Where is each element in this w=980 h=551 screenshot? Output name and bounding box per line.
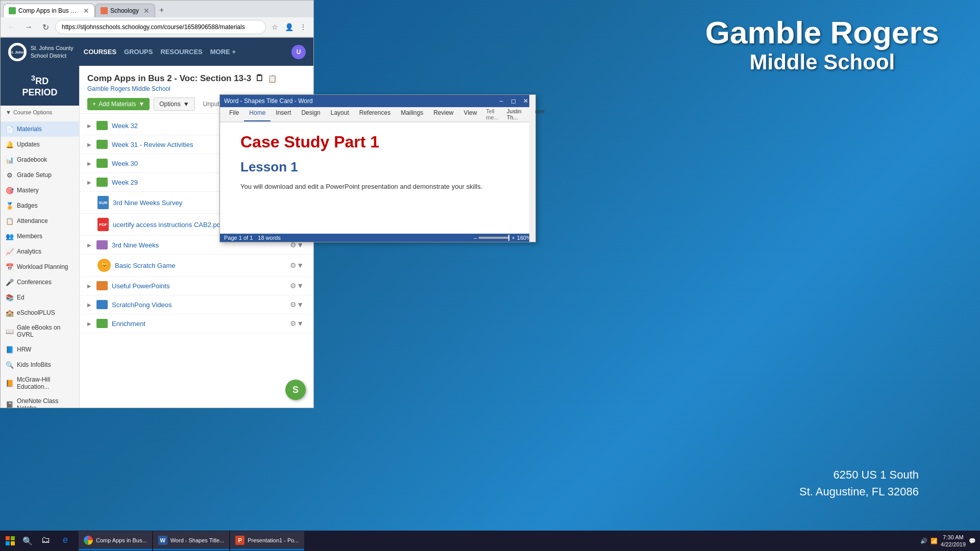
ribbon-tab-references[interactable]: References: [354, 107, 396, 121]
bookmark-button[interactable]: ☆: [268, 21, 281, 33]
folder-scratchpong-header[interactable]: ▶ ScratchPong Videos ⚙▼: [80, 295, 313, 314]
onenote-icon: 📓: [6, 400, 14, 408]
new-tab-button[interactable]: +: [155, 3, 168, 17]
options-button[interactable]: Options ▼: [154, 97, 194, 111]
nav-more[interactable]: MORE +: [210, 45, 236, 58]
folder-enrichment-icon: [96, 319, 108, 328]
add-materials-button[interactable]: + Add Materials ▼: [87, 98, 150, 110]
taskbar-app-chrome[interactable]: Comp Apps in Bus...: [79, 531, 152, 550]
ribbon-tab-file[interactable]: File: [224, 107, 244, 121]
scratch-gear[interactable]: ⚙▼: [288, 260, 306, 270]
sidebar-item-mastery[interactable]: 🎯 Mastery: [1, 183, 79, 198]
folder-useful-pp-gear[interactable]: ⚙▼: [288, 281, 306, 291]
tab1-close[interactable]: ✕: [83, 7, 89, 15]
ribbon-user[interactable]: Justin Th...: [503, 107, 526, 121]
svg-text:St. Johns: St. Johns: [10, 51, 24, 54]
sidebar-item-mcgraw[interactable]: 📙 McGraw-Hill Education...: [1, 372, 79, 394]
taskbar-network-icon[interactable]: 📶: [930, 538, 938, 544]
sidebar-item-badges[interactable]: 🏅 Badges: [1, 198, 79, 213]
browser-tabs: Comp Apps in Bus 2 - Voc: Sect... ✕ Scho…: [1, 1, 313, 17]
nav-resources[interactable]: RESOURCES: [160, 45, 202, 58]
sidebar-item-members[interactable]: 👥 Members: [1, 229, 79, 244]
taskbar-search-button[interactable]: 🔍: [20, 534, 35, 548]
sidebar-item-onenote[interactable]: 📓 OneNote Class Notebo...: [1, 394, 79, 408]
sidebar-item-eschoolplus[interactable]: 🏫 eSchoolPLUS: [1, 305, 79, 320]
svg-rect-3: [11, 536, 15, 540]
sidebar-item-analytics[interactable]: 📈 Analytics: [1, 244, 79, 259]
hrw-icon: 📘: [6, 345, 14, 354]
members-label: Members: [17, 233, 42, 240]
sidebar-item-updates[interactable]: 🔔 Updates: [1, 137, 79, 152]
refresh-button[interactable]: ↻: [38, 20, 53, 34]
tab1-favicon: [9, 7, 16, 14]
sidebar-item-gradebook[interactable]: 📊 Gradebook: [1, 152, 79, 167]
more-button[interactable]: ⋮: [297, 21, 309, 33]
ed-icon: 📚: [6, 293, 14, 302]
ribbon-tab-home[interactable]: Home: [244, 107, 271, 121]
address-bar[interactable]: [55, 20, 266, 34]
word-restore-button[interactable]: ◻: [508, 97, 519, 105]
zoom-slider[interactable]: [479, 237, 509, 239]
taskbar-app-word[interactable]: W Word - Shapes Title...: [153, 531, 230, 550]
sidebar-item-ed[interactable]: 📚 Ed: [1, 290, 79, 305]
word-zoom-control[interactable]: – + 160%: [474, 235, 531, 241]
zoom-plus[interactable]: +: [511, 235, 514, 241]
word-minimize-button[interactable]: –: [496, 97, 507, 105]
ribbon-tab-layout[interactable]: Layout: [326, 107, 354, 121]
nav-groups[interactable]: GROUPS: [124, 45, 153, 58]
school-link[interactable]: Gamble Rogers Middle School: [87, 85, 306, 92]
sidebar-item-workload-planning[interactable]: 📅 Workload Planning: [1, 259, 79, 274]
sidebar-item-conferences[interactable]: 🎤 Conferences: [1, 274, 79, 290]
sidebar-item-hrw[interactable]: 📘 HRW: [1, 342, 79, 357]
ribbon-tell-me[interactable]: Tell me...: [482, 107, 502, 121]
materials-label: Materials: [17, 126, 42, 133]
floating-action-button[interactable]: S: [285, 380, 306, 400]
header-user-avatar[interactable]: U: [291, 45, 306, 59]
logo-line1: St. Johns County: [31, 44, 74, 52]
browser-chrome: Comp Apps in Bus 2 - Voc: Sect... ✕ Scho…: [1, 1, 313, 38]
taskbar-ie-button[interactable]: e: [56, 531, 75, 550]
ribbon-tab-mailings[interactable]: Mailings: [396, 107, 428, 121]
ribbon-tab-view[interactable]: View: [459, 107, 482, 121]
copy-icon[interactable]: 📋: [268, 74, 277, 83]
start-button[interactable]: [0, 531, 20, 551]
taskbar-volume-icon[interactable]: 🔊: [920, 538, 927, 544]
conferences-icon: 🎤: [6, 278, 14, 286]
gale-label: Gale eBooks on GVRL: [17, 324, 74, 338]
ed-label: Ed: [17, 294, 24, 301]
user-icon-button[interactable]: 👤: [283, 21, 295, 33]
ribbon-tab-design[interactable]: Design: [296, 107, 325, 121]
svg-rect-5: [11, 541, 15, 545]
course-options-header[interactable]: ▼ Course Options: [1, 106, 79, 119]
sidebar-item-attendance[interactable]: 📋 Attendance: [1, 213, 79, 229]
nav-courses[interactable]: COURSES: [84, 45, 116, 58]
sidebar-item-materials[interactable]: 📄 Materials: [1, 121, 79, 137]
browser-tab-1[interactable]: Comp Apps in Bus 2 - Voc: Sect... ✕: [3, 4, 95, 17]
mastery-icon: 🎯: [6, 186, 14, 194]
workload-label: Workload Planning: [17, 263, 68, 270]
word-document-content: Case Study Part 1 Lesson 1 You will down…: [220, 122, 535, 234]
tab2-close[interactable]: ✕: [143, 7, 150, 15]
folder-arrow: ▶: [87, 242, 92, 248]
folder-enrichment-header[interactable]: ▶ Enrichment ⚙▼: [80, 314, 313, 333]
folder-useful-pp-header[interactable]: ▶ Useful PowerPoints ⚙▼: [80, 277, 313, 295]
scratch-name[interactable]: Basic Scratch Game: [115, 262, 284, 269]
taskbar-file-explorer[interactable]: 🗂: [37, 531, 55, 550]
browser-tab-2[interactable]: Schoology ✕: [95, 4, 155, 17]
sidebar-item-gale[interactable]: 📖 Gale eBooks on GVRL: [1, 320, 79, 342]
folder-enrichment-gear[interactable]: ⚙▼: [288, 318, 306, 329]
ribbon-tab-insert[interactable]: Insert: [271, 107, 296, 121]
folder-scratchpong-gear[interactable]: ⚙▼: [288, 299, 306, 310]
ribbon-tab-review[interactable]: Review: [428, 107, 458, 121]
doc-title: Case Study Part 1: [240, 133, 515, 152]
sidebar-item-grade-setup[interactable]: ⚙ Grade Setup: [1, 167, 79, 183]
back-button[interactable]: ←: [5, 20, 19, 34]
forward-button[interactable]: →: [21, 20, 36, 34]
onenote-label: OneNote Class Notebo...: [17, 397, 74, 408]
taskbar-date-display: 4/22/2019: [941, 541, 966, 548]
word-scrollbar[interactable]: [529, 122, 535, 234]
zoom-minus[interactable]: –: [474, 235, 477, 241]
sidebar-item-kids-infobits[interactable]: 🔍 Kids InfoBits: [1, 357, 79, 372]
taskbar-app-powerpoint[interactable]: P Presentation1 - Po...: [230, 531, 304, 550]
taskbar-notification-icon[interactable]: 💬: [969, 538, 976, 544]
